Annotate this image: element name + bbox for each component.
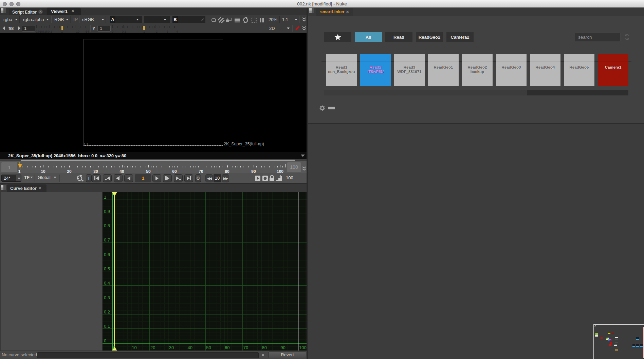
svg-text:50: 50 [206,345,211,350]
svg-text:70: 70 [243,345,248,350]
svg-text:0.5: 0.5 [104,266,110,271]
svg-text:40: 40 [188,345,192,350]
svg-text:0: 0 [104,338,106,343]
svg-text:0.2: 0.2 [104,309,110,315]
svg-text:90: 90 [280,345,285,350]
svg-text:0: 0 [113,345,115,350]
svg-text:100: 100 [299,345,307,350]
svg-text:0.4: 0.4 [104,281,110,286]
svg-text:0.7: 0.7 [104,237,110,243]
svg-text:20: 20 [150,345,155,350]
svg-text:0.6: 0.6 [104,252,110,257]
svg-text:0.8: 0.8 [104,223,110,228]
svg-text:1: 1 [104,195,106,200]
svg-text:0.9: 0.9 [104,209,110,214]
svg-text:10: 10 [132,345,136,350]
svg-text:0.3: 0.3 [104,295,110,300]
svg-text:80: 80 [262,345,267,350]
svg-text:0.1: 0.1 [104,324,110,329]
svg-text:30: 30 [169,345,174,350]
svg-text:60: 60 [225,345,229,350]
